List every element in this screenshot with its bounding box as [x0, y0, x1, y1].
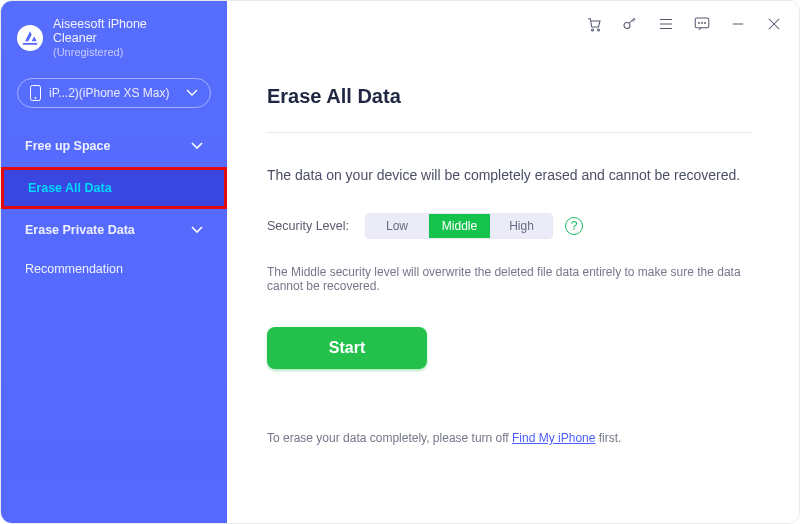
close-icon[interactable]: [765, 15, 783, 33]
start-button[interactable]: Start: [267, 327, 427, 369]
page-title: Erase All Data: [267, 85, 751, 108]
svg-point-4: [624, 23, 630, 29]
find-my-iphone-link[interactable]: Find My iPhone: [512, 431, 595, 445]
main-area: Erase All Data The data on your device w…: [227, 1, 799, 523]
sidebar-item-recommendation[interactable]: Recommendation: [1, 251, 227, 287]
footnote: To erase your data completely, please tu…: [267, 431, 751, 445]
feedback-icon[interactable]: [693, 15, 711, 33]
svg-point-3: [598, 29, 600, 31]
svg-point-10: [702, 22, 703, 23]
brand: Aiseesoft iPhone Cleaner (Unregistered): [1, 13, 227, 70]
footnote-suffix: first.: [595, 431, 621, 445]
footnote-prefix: To erase your data completely, please tu…: [267, 431, 512, 445]
cart-icon[interactable]: [585, 15, 603, 33]
phone-icon: [30, 85, 41, 101]
svg-point-2: [592, 29, 594, 31]
sidebar-item-erase-private-data[interactable]: Erase Private Data: [1, 212, 227, 248]
security-level-segmented: Low Middle High: [365, 213, 553, 239]
divider: [267, 132, 751, 133]
chevron-down-icon: [191, 226, 203, 234]
security-level-description: The Middle security level will overwrite…: [267, 265, 751, 293]
sidebar-item-label: Erase All Data: [28, 181, 112, 195]
security-level-label: Security Level:: [267, 219, 349, 233]
brand-line2: Cleaner: [53, 31, 147, 45]
help-icon[interactable]: ?: [565, 217, 583, 235]
security-level-low[interactable]: Low: [366, 214, 428, 238]
app-window: Aiseesoft iPhone Cleaner (Unregistered) …: [0, 0, 800, 524]
security-level-row: Security Level: Low Middle High ?: [267, 213, 751, 239]
sidebar-item-label: Recommendation: [25, 262, 123, 276]
sidebar-item-erase-all-data[interactable]: Erase All Data: [1, 167, 227, 209]
sidebar: Aiseesoft iPhone Cleaner (Unregistered) …: [1, 1, 227, 523]
svg-point-11: [705, 22, 706, 23]
brand-status: (Unregistered): [53, 46, 147, 59]
svg-point-9: [699, 22, 700, 23]
chevron-down-icon: [186, 86, 198, 100]
minimize-icon[interactable]: [729, 15, 747, 33]
brand-line1: Aiseesoft iPhone: [53, 17, 147, 31]
content: Erase All Data The data on your device w…: [227, 1, 799, 445]
device-selector[interactable]: iP...2)(iPhone XS Max): [17, 78, 211, 108]
sidebar-item-label: Erase Private Data: [25, 223, 135, 237]
svg-point-1: [35, 97, 37, 99]
brand-logo-icon: [17, 25, 43, 51]
key-icon[interactable]: [621, 15, 639, 33]
page-subtitle: The data on your device will be complete…: [267, 167, 751, 183]
security-level-high[interactable]: High: [490, 214, 552, 238]
device-label: iP...2)(iPhone XS Max): [49, 86, 178, 100]
security-level-middle[interactable]: Middle: [428, 214, 490, 238]
chevron-down-icon: [191, 142, 203, 150]
titlebar: [585, 15, 783, 33]
sidebar-item-label: Free up Space: [25, 139, 110, 153]
menu-icon[interactable]: [657, 15, 675, 33]
sidebar-item-free-up-space[interactable]: Free up Space: [1, 128, 227, 164]
brand-text: Aiseesoft iPhone Cleaner (Unregistered): [53, 17, 147, 58]
